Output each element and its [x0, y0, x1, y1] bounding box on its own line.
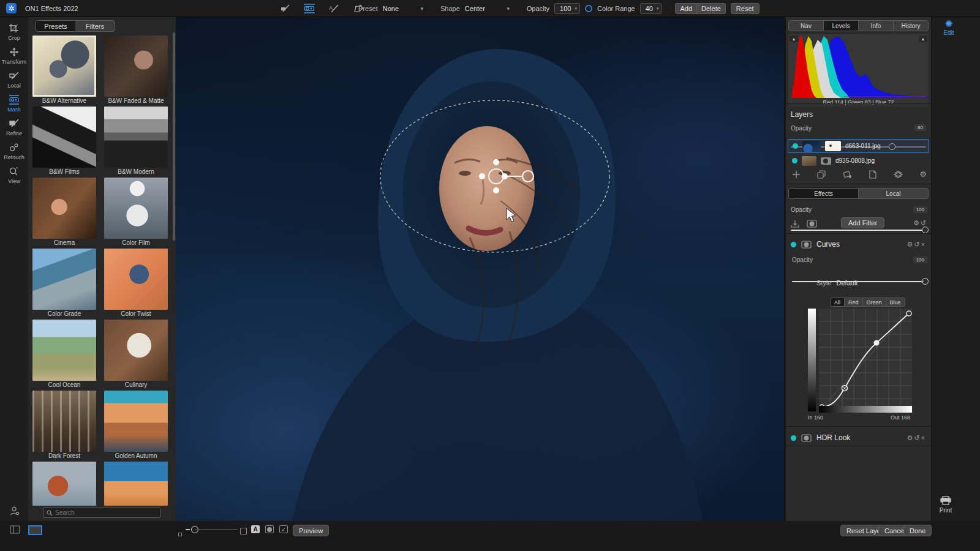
tab-effects[interactable]: Effects	[789, 189, 858, 198]
curves-settings-gear-icon[interactable]: ⚙	[907, 241, 914, 248]
hdr-mask-icon[interactable]	[801, 434, 812, 442]
tab-local[interactable]: Local	[858, 189, 928, 198]
curves-delete-icon[interactable]: ×	[921, 241, 926, 248]
preset-item[interactable]: Cool Ocean	[32, 320, 96, 389]
layer-visibility-dot[interactable]	[793, 143, 798, 149]
zoom-minus-icon[interactable]	[186, 529, 190, 530]
masking-brush-icon[interactable]	[279, 3, 291, 14]
preset-item[interactable]	[32, 462, 96, 514]
preset-item[interactable]: Culinary	[104, 320, 168, 389]
curves-enabled-dot[interactable]	[791, 242, 796, 247]
layer-visibility-dot[interactable]	[792, 158, 797, 163]
curves-mask-icon[interactable]	[801, 241, 812, 249]
save-preset-icon[interactable]	[791, 220, 799, 228]
preset-item[interactable]: B&W Modern	[104, 107, 168, 176]
channel-red[interactable]: Red	[844, 298, 862, 306]
curves-pane-header[interactable]: Curves ⚙↺×	[788, 238, 929, 251]
color-range-picker-icon[interactable]	[585, 5, 592, 12]
curves-reset-icon[interactable]: ↺	[914, 241, 921, 248]
masking-bug-icon[interactable]	[303, 3, 315, 14]
done-button[interactable]: Done	[903, 525, 932, 536]
duplicate-layer-icon[interactable]	[817, 170, 826, 179]
edit-mode-badge[interactable]: ✺ Edit	[932, 18, 966, 36]
shadow-clipping-toggle-icon[interactable]: ▲	[790, 36, 798, 42]
fill-layer-icon[interactable]	[843, 170, 853, 179]
reset-button[interactable]: Reset	[731, 3, 760, 14]
tool-transform[interactable]: Transform	[0, 47, 28, 65]
add-button[interactable]: Add	[676, 4, 696, 13]
preset-item[interactable]: Color Film	[104, 178, 168, 247]
tab-levels[interactable]: Levels	[823, 21, 858, 31]
preset-dropdown[interactable]: Preset None ▼	[358, 5, 424, 12]
curves-opacity-slider[interactable]	[792, 281, 927, 282]
presets-scrollbar[interactable]	[173, 32, 175, 241]
tab-info[interactable]: Info	[858, 21, 893, 31]
tab-presets[interactable]: Presets	[36, 21, 75, 31]
hdr-delete-icon[interactable]: ×	[921, 434, 926, 441]
preset-item[interactable]: Cinema	[32, 178, 96, 247]
preset-item[interactable]: B&W Alternative	[32, 36, 96, 105]
image-canvas[interactable]	[176, 17, 784, 521]
curves-style-dropdown[interactable]: Style Default	[816, 279, 858, 287]
preset-item[interactable]: Color Twist	[104, 249, 168, 318]
tab-history[interactable]: History	[893, 21, 928, 31]
print-button[interactable]: Print	[933, 496, 959, 515]
preset-item[interactable]: B&W Films	[32, 107, 96, 176]
tab-nav[interactable]: Nav	[789, 21, 823, 31]
opacity-input[interactable]: 100 ▾	[554, 3, 580, 14]
add-filter-button[interactable]: Add Filter	[841, 217, 884, 228]
zoom-slider-thumb[interactable]	[191, 526, 198, 533]
ai-quick-mask-icon[interactable]: A	[328, 3, 340, 14]
user-account-icon[interactable]	[9, 506, 20, 516]
delete-button[interactable]: Delete	[696, 4, 725, 13]
zoom-slider-track[interactable]	[195, 529, 238, 530]
channel-blue[interactable]: Blue	[886, 298, 905, 306]
preset-item[interactable]	[104, 462, 168, 514]
tab-filters[interactable]: Filters	[75, 21, 115, 31]
preset-item[interactable]: Color Grade	[32, 249, 96, 318]
curve-editor[interactable]	[819, 309, 912, 411]
layer-settings-gear-icon[interactable]: ⚙	[919, 170, 927, 179]
highlight-clipping-toggle-icon[interactable]: ▲	[919, 36, 927, 42]
channel-all[interactable]: All	[831, 298, 844, 306]
tool-view[interactable]: View	[0, 167, 28, 184]
hdr-enabled-dot[interactable]	[791, 435, 796, 441]
preview-button[interactable]: Preview	[293, 525, 329, 536]
mask-view-icon[interactable]	[265, 525, 274, 533]
filter-options-gear-icon[interactable]: ⚙	[913, 219, 921, 227]
layer-mask-icon[interactable]	[821, 157, 831, 165]
tool-crop[interactable]: Crop	[0, 23, 28, 41]
footer-bar: A ✓ Preview Reset Layer Cancel Done	[0, 521, 980, 551]
slider-thumb[interactable]	[922, 227, 929, 233]
new-document-icon[interactable]	[869, 170, 876, 179]
soft-proof-icon[interactable]: ✓	[279, 525, 288, 533]
reset-filters-icon[interactable]: ↺	[921, 219, 927, 227]
layer-row-selected[interactable]: d663-011.jpg	[788, 139, 929, 153]
show-mask-icon[interactable]	[807, 220, 817, 228]
layer-row[interactable]: d935-0808.jpg	[788, 154, 929, 168]
tool-retouch[interactable]: Retouch	[0, 143, 28, 160]
canvas-view-toggle[interactable]	[28, 525, 42, 535]
preset-search[interactable]	[43, 508, 160, 518]
panel-toggle-left-icon[interactable]	[10, 525, 20, 534]
tool-mask[interactable]: Mask	[0, 95, 28, 113]
color-range-input[interactable]: 40 ▾	[640, 3, 662, 14]
channel-green[interactable]: Green	[862, 298, 886, 306]
actual-pixels-icon[interactable]: A	[251, 525, 260, 533]
add-layer-icon[interactable]	[792, 170, 801, 179]
preset-item[interactable]: B&W Faded & Matte	[104, 36, 168, 105]
search-input[interactable]	[55, 509, 153, 516]
merge-layers-icon[interactable]	[894, 170, 903, 179]
hdr-pane-header[interactable]: HDR Look ⚙↺×	[788, 431, 929, 444]
effects-opacity-slider[interactable]	[791, 230, 927, 231]
hdr-reset-icon[interactable]: ↺	[914, 434, 921, 441]
preset-item[interactable]: Dark Forest	[32, 391, 96, 460]
preset-item[interactable]: Golden Autumn	[104, 391, 168, 460]
zoom-out-square-icon[interactable]	[178, 528, 182, 539]
layer-mask-thumbnail[interactable]	[825, 141, 841, 151]
tool-local[interactable]: Local	[0, 71, 28, 89]
hdr-settings-gear-icon[interactable]: ⚙	[907, 434, 914, 441]
fit-screen-icon[interactable]	[240, 526, 247, 537]
shape-dropdown[interactable]: Shape Center ▼	[440, 5, 511, 12]
tool-refine[interactable]: Refine	[0, 119, 28, 137]
